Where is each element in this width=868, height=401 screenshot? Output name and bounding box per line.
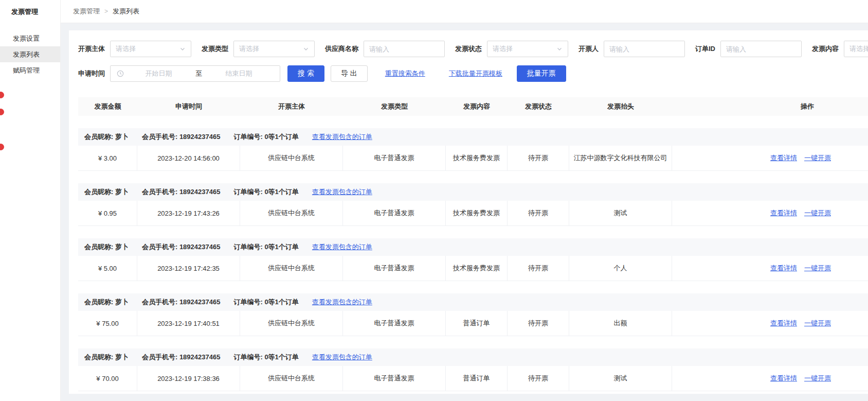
filter-supplier-name: 供应商名称 [325, 41, 445, 57]
one-click-invoice-link[interactable]: 一键开票 [804, 208, 831, 218]
invoice-group: 会员昵称: 萝卜 会员手机号: 18924237465 订单编号: 0等1个订单… [78, 238, 868, 281]
col-header-invoice-status: 发票状态 [508, 102, 569, 111]
view-orders-link[interactable]: 查看发票包含的订单 [312, 353, 372, 362]
clock-icon [117, 70, 124, 77]
cell-apply-time: 2023-12-19 17:38:36 [137, 366, 240, 391]
invoice-content-select[interactable]: 请选择 [844, 41, 868, 57]
one-click-invoice-link[interactable]: 一键开票 [804, 153, 831, 163]
view-orders-link[interactable]: 查看发票包含的订单 [312, 242, 372, 252]
breadcrumb-separator: > [104, 8, 108, 15]
cell-invoice-title: 测试 [569, 201, 672, 225]
filter-invoice-status: 发票状态 请选择 [455, 41, 568, 57]
col-header-apply-time: 申请时间 [137, 102, 240, 111]
invoice-status-label: 发票状态 [455, 44, 482, 54]
order-number: 订单编号: 0等1个订单 [233, 298, 298, 307]
cell-apply-time: 2023-12-19 17:43:26 [137, 201, 240, 225]
cell-amount: ¥ 3.00 [78, 146, 137, 170]
col-header-invoice-content: 发票内容 [446, 102, 508, 111]
cell-content: 技术服务费发票 [446, 256, 508, 281]
filter-order-id: 订单ID [695, 41, 802, 57]
invoice-type-label: 发票类型 [202, 44, 228, 54]
apply-time-label: 申请时间 [78, 69, 105, 78]
cell-content: 普通订单 [446, 311, 508, 336]
invoice-drawer-label: 开票人 [578, 44, 599, 54]
sidebar-item-code-management[interactable]: 赋码管理 [0, 62, 60, 78]
view-detail-link[interactable]: 查看详情 [770, 374, 797, 383]
one-click-invoice-link[interactable]: 一键开票 [804, 374, 831, 383]
order-id-input[interactable] [720, 41, 802, 57]
cell-invoice-title: 出额 [569, 311, 672, 336]
supplier-name-label: 供应商名称 [325, 44, 358, 54]
batch-invoice-button[interactable]: 批量开票 [517, 65, 566, 82]
member-phone: 会员手机号: 18924237465 [142, 242, 220, 252]
view-orders-link[interactable]: 查看发票包含的订单 [312, 132, 372, 142]
table-row: ¥ 70.00 2023-12-19 17:38:36 供应链中台系统 电子普通… [78, 366, 868, 391]
cell-invoice-title: 江苏中源数字文化科技有限公司 [569, 146, 672, 170]
cell-actions: 查看详情 一键开票 [672, 366, 868, 391]
one-click-invoice-link[interactable]: 一键开票 [804, 319, 831, 328]
invoice-group: 会员昵称: 萝卜 会员手机号: 18924237465 订单编号: 0等1个订单… [78, 348, 868, 391]
cell-subject: 供应链中台系统 [240, 366, 343, 391]
main-area: 发票管理 > 发票列表 超级管 [61, 0, 868, 401]
breadcrumb-root[interactable]: 发票管理 [73, 7, 100, 16]
filter-apply-time: 申请时间 开始日期 至 结束日期 [78, 65, 280, 82]
one-click-invoice-link[interactable]: 一键开票 [804, 264, 831, 273]
view-orders-link[interactable]: 查看发票包含的订单 [312, 298, 372, 307]
invoice-drawer-input[interactable] [604, 41, 685, 57]
cell-invoice-type: 电子普通发票 [343, 256, 446, 281]
view-detail-link[interactable]: 查看详情 [770, 264, 797, 273]
filter-invoice-subject: 开票主体 请选择 [78, 41, 191, 57]
sidebar-item-invoice-list[interactable]: 发票列表 [0, 46, 60, 62]
view-detail-link[interactable]: 查看详情 [770, 208, 797, 218]
cell-apply-time: 2023-12-19 17:40:51 [137, 311, 240, 336]
sidebar-item-invoice-settings[interactable]: 发票设置 [0, 30, 60, 46]
cell-content: 技术服务费发票 [446, 201, 508, 225]
invoice-subject-placeholder: 请选择 [116, 44, 136, 54]
cell-amount: ¥ 5.00 [78, 256, 137, 281]
member-phone: 会员手机号: 18924237465 [142, 132, 220, 142]
supplier-name-input[interactable] [364, 41, 445, 57]
breadcrumb: 发票管理 > 发票列表 [73, 7, 139, 16]
cell-invoice-type: 电子普通发票 [343, 201, 446, 225]
invoice-content-label: 发票内容 [812, 44, 839, 54]
order-number: 订单编号: 0等1个订单 [233, 132, 298, 142]
cell-amount: ¥ 0.95 [78, 201, 137, 225]
cell-apply-time: 2023-12-19 17:42:35 [137, 256, 240, 281]
order-number: 订单编号: 0等1个订单 [233, 353, 298, 362]
filter-invoice-drawer: 开票人 [578, 41, 685, 57]
cell-invoice-title: 测试 [569, 366, 672, 391]
member-nickname: 会员昵称: 萝卜 [84, 242, 129, 252]
apply-time-range-picker[interactable]: 开始日期 至 结束日期 [110, 65, 280, 82]
cell-actions: 查看详情 一键开票 [672, 311, 868, 336]
group-header: 会员昵称: 萝卜 会员手机号: 18924237465 订单编号: 0等1个订单… [78, 348, 868, 366]
reset-search-link[interactable]: 重置搜索条件 [385, 69, 425, 78]
cell-status: 待开票 [508, 366, 569, 391]
invoice-type-placeholder: 请选择 [239, 44, 259, 54]
view-detail-link[interactable]: 查看详情 [770, 153, 797, 163]
invoice-status-select[interactable]: 请选择 [487, 41, 568, 57]
date-range-separator: 至 [193, 69, 204, 78]
cell-subject: 供应链中台系统 [240, 311, 343, 336]
export-button[interactable]: 导 出 [331, 65, 368, 82]
chevron-down-icon [556, 46, 563, 52]
member-nickname: 会员昵称: 萝卜 [84, 353, 129, 362]
invoice-group: 会员昵称: 萝卜 会员手机号: 18924237465 订单编号: 0等1个订单… [78, 128, 868, 171]
cell-status: 待开票 [508, 146, 569, 170]
filter-invoice-type: 发票类型 请选择 [202, 41, 315, 57]
group-header: 会员昵称: 萝卜 会员手机号: 18924237465 订单编号: 0等1个订单… [78, 128, 868, 146]
cell-apply-time: 2023-12-20 14:56:00 [137, 146, 240, 170]
table-row: ¥ 5.00 2023-12-19 17:42:35 供应链中台系统 电子普通发… [78, 256, 868, 281]
sidebar: 发票管理 发票设置 发票列表 赋码管理 [0, 0, 61, 401]
search-button[interactable]: 搜 索 [287, 65, 324, 82]
cell-invoice-title: 个人 [569, 256, 672, 281]
col-header-invoice-subject: 开票主体 [240, 102, 343, 111]
view-orders-link[interactable]: 查看发票包含的订单 [312, 187, 372, 197]
invoice-subject-select[interactable]: 请选择 [110, 41, 191, 57]
invoice-type-select[interactable]: 请选择 [233, 41, 315, 57]
download-batch-template-link[interactable]: 下载批量开票模板 [449, 69, 502, 78]
member-phone: 会员手机号: 18924237465 [142, 353, 220, 362]
view-detail-link[interactable]: 查看详情 [770, 319, 797, 328]
group-header: 会员昵称: 萝卜 会员手机号: 18924237465 订单编号: 0等1个订单… [78, 238, 868, 256]
cell-subject: 供应链中台系统 [240, 201, 343, 225]
cell-actions: 查看详情 一键开票 [672, 256, 868, 281]
